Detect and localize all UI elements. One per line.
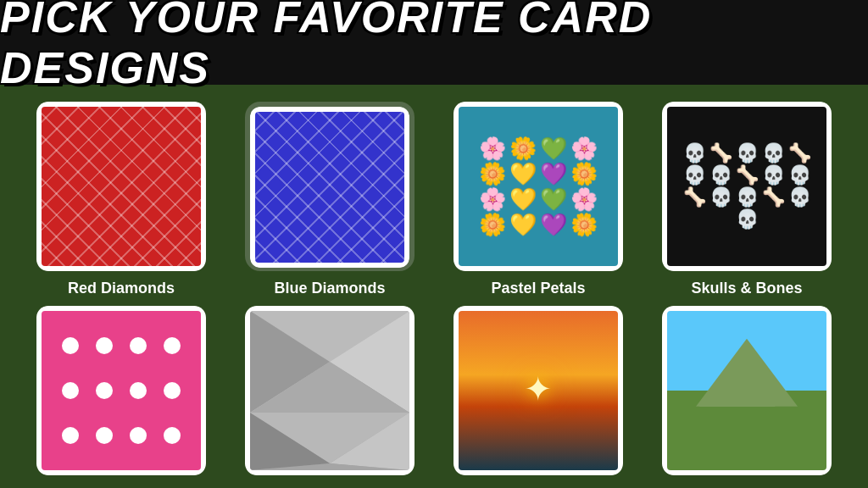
card-inner-sunset	[453, 306, 623, 475]
card-wrapper-polygon	[245, 306, 415, 475]
card-label-pastel-petals: Pastel Petals	[491, 280, 585, 297]
card-wrapper-sunset	[453, 306, 623, 475]
card-wrapper-pink-dots	[36, 306, 206, 475]
card-design-red-diamonds	[36, 102, 206, 271]
card-label-red-diamonds: Red Diamonds	[68, 280, 175, 297]
card-wrapper-red-diamonds	[36, 102, 206, 271]
card-inner-polygon	[245, 306, 415, 475]
card-design-polygon	[245, 306, 415, 475]
card-design-skulls-bones: 💀 🦴 💀 💀 🦴 💀 💀 🦴 💀 💀 🦴 💀 💀 🦴 💀 💀	[662, 102, 832, 271]
card-inner-red-diamonds	[36, 102, 206, 271]
card-inner-blue-diamonds	[250, 107, 409, 268]
card-item-pastel-petals[interactable]: 🌸 🌼 💚 🌸 🌼 💛 💜 🌼 🌸 💛 💚 🌸 🌼 💛 💜 🌼	[442, 102, 634, 297]
card-label-blue-diamonds: Blue Diamonds	[274, 280, 385, 297]
card-wrapper-skulls-bones: 💀 🦴 💀 💀 🦴 💀 💀 🦴 💀 💀 🦴 💀 💀 🦴 💀 💀	[662, 102, 832, 271]
card-item-skulls-bones[interactable]: 💀 🦴 💀 💀 🦴 💀 💀 🦴 💀 💀 🦴 💀 💀 🦴 💀 💀	[651, 102, 843, 297]
card-design-pink-dots	[36, 306, 206, 475]
card-inner-landscape	[662, 306, 832, 475]
card-design-pastel-petals: 🌸 🌼 💚 🌸 🌼 💛 💜 🌼 🌸 💛 💚 🌸 🌼 💛 💜 🌼	[453, 102, 623, 271]
card-wrapper-pastel-petals: 🌸 🌼 💚 🌸 🌼 💛 💜 🌼 🌸 💛 💚 🌸 🌼 💛 💜 🌼	[453, 102, 623, 271]
card-inner-pastel-petals: 🌸 🌼 💚 🌸 🌼 💛 💜 🌼 🌸 💛 💚 🌸 🌼 💛 💜 🌼	[453, 102, 623, 271]
card-design-blue-diamonds	[250, 107, 409, 268]
card-design-landscape	[662, 306, 832, 475]
card-item-pink-dots[interactable]	[25, 306, 217, 475]
card-item-blue-diamonds[interactable]: Blue Diamonds	[234, 102, 426, 297]
card-design-sunset	[453, 306, 623, 475]
card-label-skulls-bones: Skulls & Bones	[691, 280, 802, 297]
card-item-sunset[interactable]	[442, 306, 634, 475]
header: PICK YOUR FAVORITE CARD DESIGNS	[0, 0, 868, 85]
page-title: PICK YOUR FAVORITE CARD DESIGNS	[0, 0, 868, 93]
card-wrapper-landscape	[662, 306, 832, 475]
card-item-red-diamonds[interactable]: Red Diamonds	[25, 102, 217, 297]
cards-grid: Red Diamonds Blue Diamonds 🌸 🌼 💚 🌸 🌼 💛 💜	[0, 85, 868, 484]
mountain-shape-1	[696, 339, 798, 407]
card-item-polygon[interactable]	[234, 306, 426, 475]
card-inner-skulls-bones: 💀 🦴 💀 💀 🦴 💀 💀 🦴 💀 💀 🦴 💀 💀 🦴 💀 💀	[662, 102, 832, 271]
card-wrapper-blue-diamonds	[245, 102, 415, 271]
card-inner-pink-dots	[36, 306, 206, 475]
card-item-landscape[interactable]	[651, 306, 843, 475]
